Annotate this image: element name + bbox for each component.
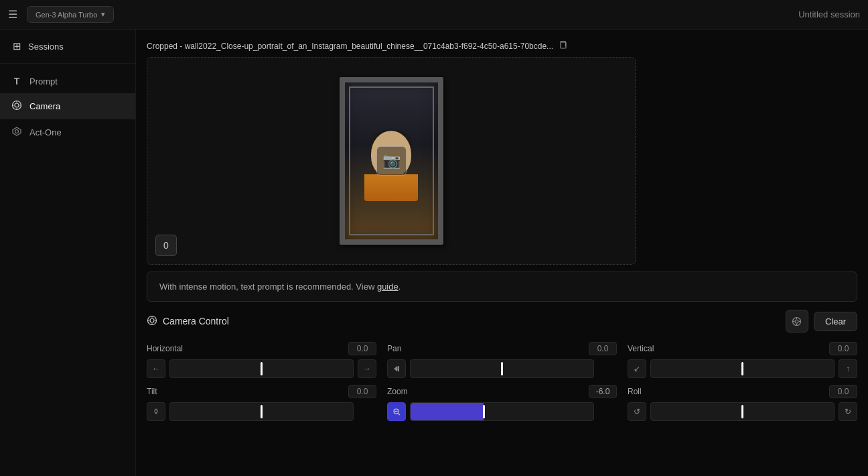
prompt-icon: T (11, 76, 23, 86)
camera-control-section: Camera Control Clear (136, 310, 868, 432)
content-area: Cropped - wall2022_Close-up_portrait_of_… (136, 29, 868, 476)
model-dropdown[interactable]: Gen-3 Alpha Turbo ▾ (27, 6, 114, 23)
svg-rect-22 (398, 366, 400, 371)
pan-label-row: Pan 0.0 (387, 342, 617, 355)
pan-value: 0.0 (589, 342, 617, 355)
sidebar-item-prompt[interactable]: T Prompt (0, 69, 135, 93)
roll-value: 0.0 (829, 385, 857, 398)
control-roll: Roll 0.0 ↺ ↻ (628, 385, 857, 421)
tilt-thumb (261, 405, 263, 418)
vertical-label-row: Vertical 0.0 (628, 342, 857, 355)
zoom-left-btn[interactable] (387, 402, 406, 421)
menu-icon[interactable]: ☰ (8, 8, 17, 21)
zoom-fill (411, 403, 484, 420)
control-vertical: Vertical 0.0 ↙ ↑ (628, 342, 857, 378)
tilt-value: 0.0 (348, 385, 376, 398)
portrait-frame: 📷 (340, 77, 443, 245)
vertical-left-btn[interactable]: ↙ (628, 359, 646, 378)
svg-marker-6 (13, 127, 21, 135)
model-label: Gen-3 Alpha Turbo (35, 11, 97, 19)
zoom-label: Zoom (387, 387, 408, 396)
svg-point-16 (795, 320, 798, 323)
control-horizontal: Horizontal 0.0 ← → (147, 342, 376, 378)
prompt-hint-text: With intense motion, text prompt is reco… (159, 282, 377, 292)
camera-control-icon (147, 315, 157, 328)
clear-button[interactable]: Clear (814, 312, 857, 331)
tilt-label-row: Tilt 0.0 (147, 385, 376, 398)
control-tilt: Tilt 0.0 (147, 385, 376, 421)
sidebar-item-label-act-one: Act-One (29, 127, 62, 137)
horizontal-slider-row: ← → (147, 359, 376, 378)
sidebar-item-camera[interactable]: Camera (0, 93, 135, 119)
svg-point-10 (150, 318, 154, 322)
vertical-track[interactable] (650, 359, 835, 378)
vertical-thumb (741, 362, 743, 375)
camera-control-header: Camera Control Clear (147, 310, 857, 333)
sidebar-item-label-prompt: Prompt (29, 76, 58, 86)
copy-icon[interactable] (559, 40, 568, 52)
camera-overlay-icon: 📷 (376, 146, 407, 176)
prompt-hint: With intense motion, text prompt is reco… (147, 272, 857, 302)
vertical-slider-row: ↙ ↑ (628, 359, 857, 378)
sessions-icon: ⊞ (11, 40, 23, 52)
image-section: Cropped - wall2022_Close-up_portrait_of_… (136, 40, 868, 265)
pan-left-btn[interactable] (387, 359, 406, 378)
body (364, 174, 418, 201)
tilt-track[interactable] (169, 402, 354, 421)
sidebar-item-label-camera: Camera (29, 101, 60, 111)
svg-line-25 (399, 414, 401, 416)
pan-thumb (501, 362, 503, 375)
control-zoom: Zoom -6.0 (387, 385, 617, 421)
zoom-value: -6.0 (589, 385, 617, 398)
zoom-track[interactable] (410, 402, 594, 421)
pan-track[interactable] (410, 359, 594, 378)
sidebar-divider (0, 63, 135, 64)
guide-link[interactable]: guide (377, 282, 399, 292)
filename-text: Cropped - wall2022_Close-up_portrait_of_… (147, 42, 553, 51)
horizontal-value: 0.0 (348, 342, 376, 355)
camera-control-label: Camera Control (163, 316, 229, 326)
control-pan: Pan 0.0 (387, 342, 617, 378)
roll-track[interactable] (650, 402, 835, 421)
camera-presets-button[interactable] (786, 310, 808, 333)
vertical-right-btn[interactable]: ↑ (839, 359, 857, 378)
horizontal-left-btn[interactable]: ← (147, 359, 165, 378)
roll-left-btn[interactable]: ↺ (628, 402, 646, 421)
pan-label: Pan (387, 344, 401, 353)
svg-rect-8 (561, 42, 566, 48)
roll-label: Roll (628, 387, 642, 396)
tilt-label: Tilt (147, 387, 157, 396)
filename-bar: Cropped - wall2022_Close-up_portrait_of_… (147, 40, 857, 52)
sidebar: ⊞ Sessions T Prompt Camera (0, 29, 136, 476)
horizontal-label: Horizontal (147, 344, 183, 353)
horizontal-right-btn[interactable]: → (358, 359, 376, 378)
svg-point-1 (15, 103, 19, 107)
model-arrow-icon: ▾ (101, 10, 105, 19)
controls-grid: Horizontal 0.0 ← → (147, 342, 857, 421)
horizontal-thumb (261, 362, 263, 375)
roll-thumb (741, 405, 743, 418)
horizontal-track[interactable] (169, 359, 354, 378)
tilt-slider-row (147, 402, 376, 421)
sessions-label: Sessions (28, 42, 64, 52)
roll-right-btn[interactable]: ↻ (839, 402, 857, 421)
sidebar-item-act-one[interactable]: Act-One (0, 119, 135, 145)
tilt-left-btn[interactable] (147, 402, 165, 421)
camera-control-actions: Clear (786, 310, 857, 333)
roll-label-row: Roll 0.0 (628, 385, 857, 398)
topbar: ☰ Gen-3 Alpha Turbo ▾ Untitled session (0, 0, 868, 29)
vertical-value: 0.0 (829, 342, 857, 355)
svg-marker-21 (394, 366, 397, 371)
vertical-label: Vertical (628, 344, 654, 353)
prompt-hint-suffix: . (399, 282, 401, 292)
zoom-label-row: Zoom -6.0 (387, 385, 617, 398)
act-one-icon (11, 126, 23, 139)
zoom-thumb (483, 405, 485, 418)
sidebar-item-sessions[interactable]: ⊞ Sessions (0, 35, 135, 58)
horizontal-label-row: Horizontal 0.0 (147, 342, 376, 355)
pan-slider-row (387, 359, 617, 378)
roll-slider-row: ↺ ↻ (628, 402, 857, 421)
frame-number: 0 (155, 235, 177, 256)
svg-point-7 (15, 130, 19, 133)
session-title: Untitled session (798, 9, 860, 19)
